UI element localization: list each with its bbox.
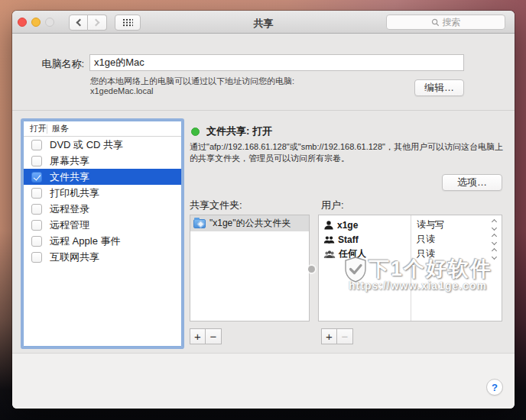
- checkbox[interactable]: [31, 140, 42, 150]
- chevron-up-icon: [492, 234, 497, 239]
- service-label: DVD 或 CD 共享: [50, 138, 123, 152]
- permission-stepper[interactable]: [492, 249, 496, 259]
- users-list[interactable]: x1ge 读与写 Staff 只读: [318, 215, 502, 321]
- user-icon: [323, 220, 334, 231]
- service-row-internet-sharing[interactable]: 互联网共享: [24, 249, 181, 265]
- section-divider: [12, 110, 515, 111]
- permission-value: 只读: [417, 233, 492, 246]
- permission-stepper[interactable]: [492, 234, 496, 244]
- service-label: 打印机共享: [50, 186, 99, 200]
- service-label: 远程管理: [50, 218, 89, 232]
- service-label: 远程登录: [50, 202, 89, 216]
- user-name: Staff: [338, 234, 359, 245]
- chevron-up-icon: [492, 248, 497, 254]
- checkbox[interactable]: [31, 188, 42, 199]
- permission-value: 只读: [417, 247, 492, 260]
- shared-folders-controls: + −: [190, 328, 222, 344]
- service-row-file-sharing[interactable]: 文件共享: [24, 169, 181, 185]
- service-row-remote-apple-events[interactable]: 远程 Apple 事件: [24, 233, 181, 249]
- service-row-screen-sharing[interactable]: 屏幕共享: [24, 153, 181, 169]
- users-label: 用户:: [321, 199, 344, 212]
- checkbox-checked[interactable]: [31, 172, 42, 183]
- add-user-button[interactable]: +: [321, 328, 337, 344]
- service-row-remote-login[interactable]: 远程登录: [24, 201, 181, 217]
- column-header-service: 服务: [47, 123, 69, 134]
- computer-name-field[interactable]: [89, 54, 464, 71]
- options-button[interactable]: 选项…: [442, 174, 502, 191]
- permission-stepper[interactable]: [492, 220, 496, 230]
- file-sharing-status: 文件共享: 打开: [191, 124, 272, 138]
- remove-shared-folder-button[interactable]: −: [206, 328, 222, 344]
- computer-name-label: 电脑名称:: [12, 57, 84, 71]
- search-icon: [431, 18, 440, 27]
- service-label: 互联网共享: [50, 250, 99, 264]
- checkbox[interactable]: [31, 236, 42, 247]
- status-on-indicator: [191, 128, 200, 136]
- services-table: 打开 服务 DVD 或 CD 共享 屏幕共享 文件共享 打印机共享 远程登录 远…: [23, 121, 182, 347]
- chevron-down-icon: [492, 240, 497, 245]
- status-title: 文件共享: 打开: [206, 124, 272, 138]
- title-bar: 共享 搜索: [12, 11, 515, 34]
- shared-folder-row[interactable]: "x1ge"的公共文件夹: [190, 215, 309, 231]
- shared-folders-label: 共享文件夹:: [190, 199, 242, 212]
- file-sharing-description: 通过"afp://192.168.61.128"或"smb://192.168.…: [190, 141, 505, 164]
- bottom-bar: [12, 353, 515, 409]
- everyone-icon: [323, 249, 336, 260]
- shared-folders-list[interactable]: "x1ge"的公共文件夹: [190, 215, 310, 321]
- sharing-preferences-window: 共享 搜索 电脑名称: 您的本地网络上的电脑可以通过以下地址访问您的电脑: x1…: [12, 11, 515, 409]
- divider-handle-dot: [308, 266, 315, 273]
- permission-value: 读与写: [417, 218, 492, 231]
- checkbox[interactable]: [31, 204, 42, 215]
- service-label: 远程 Apple 事件: [50, 234, 120, 248]
- public-folder-icon: [193, 219, 206, 228]
- service-row-remote-management[interactable]: 远程管理: [24, 217, 181, 233]
- checkbox[interactable]: [31, 252, 42, 263]
- checkbox[interactable]: [31, 156, 42, 166]
- chevron-up-icon: [492, 219, 497, 225]
- users-column-divider: [411, 215, 411, 321]
- search-placeholder: 搜索: [443, 16, 461, 29]
- service-label: 文件共享: [50, 170, 89, 184]
- service-label: 屏幕共享: [50, 154, 89, 168]
- user-name: x1ge: [337, 220, 358, 231]
- chevron-down-icon: [492, 254, 497, 260]
- services-table-header: 打开 服务: [24, 121, 181, 137]
- service-row-dvd-cd-sharing[interactable]: DVD 或 CD 共享: [24, 137, 181, 153]
- user-name: 任何人: [339, 247, 366, 260]
- users-two-icon: [323, 234, 335, 244]
- add-shared-folder-button[interactable]: +: [190, 328, 206, 344]
- computer-name-description: 您的本地网络上的电脑可以通过以下地址访问您的电脑:: [90, 76, 294, 87]
- edit-button[interactable]: 编辑…: [414, 79, 464, 96]
- search-input[interactable]: 搜索: [386, 15, 505, 30]
- help-button[interactable]: ?: [486, 379, 503, 396]
- checkbox[interactable]: [31, 220, 42, 231]
- shared-folder-name: "x1ge"的公共文件夹: [209, 217, 291, 230]
- users-controls: + −: [321, 328, 353, 344]
- column-header-on: 打开: [24, 123, 47, 134]
- chevron-down-icon: [492, 225, 497, 231]
- computer-hostname: x1gedeMac.local: [90, 86, 154, 95]
- service-row-printer-sharing[interactable]: 打印机共享: [24, 185, 181, 201]
- remove-user-button: −: [337, 328, 353, 344]
